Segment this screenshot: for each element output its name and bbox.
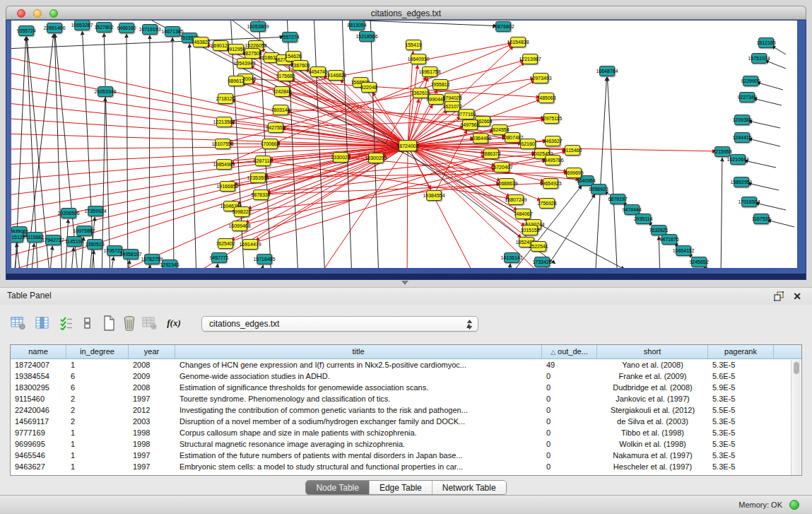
graph-node[interactable]: 18300295 — [368, 153, 384, 163]
graph-node[interactable]: 9427552 — [268, 122, 283, 133]
graph-node[interactable]: 155419 — [406, 40, 421, 50]
graph-node[interactable]: 14958107 — [123, 249, 139, 259]
graph-node[interactable]: 1527802 — [96, 22, 112, 33]
graph-node[interactable]: 10807487 — [505, 132, 520, 143]
graph-node[interactable]: 20876802 — [495, 21, 511, 32]
graph-node[interactable]: 17016504 — [741, 197, 757, 207]
graph-node[interactable]: 1292346 — [162, 259, 177, 268]
graph-node[interactable]: 19384554 — [426, 190, 442, 201]
graph-node[interactable]: 18640910 — [411, 54, 426, 64]
graph-node[interactable]: 1015152 — [522, 225, 538, 235]
graph-node[interactable]: 12353594 — [250, 173, 266, 183]
graph-node[interactable]: 16782759 — [144, 254, 160, 264]
graph-node[interactable]: 8454749 — [310, 66, 326, 77]
graph-node[interactable]: 9827508 — [245, 48, 260, 59]
graph-node[interactable]: 7463822 — [193, 37, 208, 47]
graph-node[interactable]: 2935114 — [635, 214, 651, 224]
graph-node[interactable]: 15716485 — [257, 254, 272, 264]
panel-divider[interactable] — [0, 280, 812, 287]
graph-node[interactable]: 10719193 — [142, 24, 158, 35]
graph-node[interactable]: 2756928 — [539, 198, 555, 209]
graph-node[interactable]: 12975115 — [543, 113, 559, 124]
graph-node[interactable]: 12213987 — [522, 54, 538, 64]
table-row[interactable]: 2242004622012Investigating the contribut… — [11, 404, 801, 416]
column-header-short[interactable]: short — [597, 345, 708, 358]
function-builder-icon[interactable]: f(x) — [164, 313, 184, 333]
graph-node[interactable]: 1700662 — [262, 139, 278, 149]
graph-node[interactable]: 2367608 — [293, 60, 308, 71]
graph-node[interactable]: 1209388 — [734, 115, 750, 125]
graph-node[interactable]: 989612 — [228, 76, 244, 86]
graph-node[interactable]: 10975887 — [76, 226, 92, 236]
graph-node[interactable]: 8471676 — [661, 234, 677, 245]
graph-node[interactable]: 9699695 — [566, 168, 582, 178]
graph-node[interactable]: 15218566 — [359, 31, 375, 42]
graph-node[interactable]: 15892951 — [734, 177, 749, 187]
graph-node[interactable]: 10973493 — [533, 73, 548, 83]
graph-node[interactable]: 2522541 — [531, 241, 546, 252]
graph-node[interactable]: 22691406 — [47, 23, 62, 33]
graph-hub-node[interactable]: 18724007 — [399, 140, 417, 151]
graph-node[interactable]: 8990448 — [428, 94, 444, 105]
graph-node[interactable]: 10543948 — [237, 58, 252, 69]
tab-edge-table[interactable]: Edge Table — [369, 481, 432, 494]
graph-node[interactable]: 2330027 — [333, 152, 348, 163]
graph-node[interactable]: 18495786 — [545, 155, 560, 165]
graph-node[interactable]: 9777169 — [459, 109, 474, 119]
graph-node[interactable]: 20206506 — [61, 208, 76, 218]
graph-node[interactable]: 9245652 — [691, 257, 707, 267]
close-panel-icon[interactable]: ✕ — [791, 291, 804, 302]
graph-node[interactable]: 1145194 — [66, 236, 82, 247]
graph-node[interactable]: 3175685 — [278, 71, 293, 81]
graph-node[interactable]: 19854985 — [216, 159, 232, 170]
graph-node[interactable]: 12213586 — [216, 117, 232, 127]
table-selector[interactable]: citations_edges.txt ▲ — [201, 316, 478, 332]
column-header-title[interactable]: title — [175, 345, 542, 358]
graph-node[interactable]: 15720407 — [494, 162, 510, 173]
memory-status-indicator[interactable] — [789, 500, 799, 510]
table-mode-icon[interactable] — [8, 313, 28, 333]
graph-node[interactable]: 6497568 — [462, 119, 478, 130]
graph-node[interactable]: 16914479 — [242, 239, 258, 250]
graph-node[interactable]: 822048 — [361, 82, 377, 93]
graph-node[interactable]: 16154838 — [510, 37, 526, 47]
graph-node[interactable]: 1621072 — [445, 101, 460, 112]
graph-node[interactable]: 7557274 — [282, 32, 298, 42]
graph-node[interactable]: 10688639 — [499, 178, 514, 189]
tab-node-table[interactable]: Node Table — [306, 481, 369, 494]
graph-node[interactable]: 16961758 — [422, 66, 437, 77]
graph-node[interactable]: 14136141 — [504, 252, 519, 263]
table-row[interactable]: 946362711997Embryonic stem cells: a mode… — [11, 461, 801, 472]
graph-node[interactable]: 8267110 — [255, 156, 271, 166]
select-columns-icon[interactable] — [57, 313, 76, 333]
graph-node[interactable]: 8813054 — [349, 21, 365, 30]
graph-node[interactable]: 8912954 — [228, 44, 244, 54]
graph-node[interactable]: 1115682 — [27, 232, 42, 243]
table-row[interactable]: 1872400712008Changes of HCN gene express… — [11, 359, 801, 370]
graph-node[interactable]: 62160 — [520, 139, 536, 149]
graph-node[interactable]: 1167533 — [753, 214, 769, 224]
graph-node[interactable]: 5878334 — [253, 189, 269, 200]
graph-node[interactable]: 9463627 — [545, 136, 560, 146]
graph-node[interactable]: 9229906 — [743, 76, 758, 86]
table-row[interactable]: 969969511998Structural magnetic resonanc… — [11, 438, 801, 450]
table-row[interactable]: 911546021997Tourette syndrome. Phenomeno… — [11, 393, 801, 404]
graph-node[interactable]: 1350513 — [87, 239, 102, 250]
graph-node[interactable]: 5998222 — [234, 206, 249, 217]
graph-node[interactable]: 1244415 — [734, 132, 750, 143]
graph-node[interactable]: 7803144 — [273, 105, 288, 115]
graph-node[interactable]: 17942737 — [45, 235, 61, 245]
graph-node[interactable]: 7485063 — [539, 93, 554, 103]
graph-node[interactable]: 9457771 — [211, 252, 227, 263]
graph-node[interactable]: 10653287 — [74, 21, 90, 30]
network-window-titlebar[interactable]: citations_edges.txt — [6, 6, 806, 20]
float-panel-icon[interactable] — [772, 291, 785, 302]
table-row[interactable]: 1938455462009Genome-wide association stu… — [11, 370, 801, 382]
scrollbar-thumb[interactable] — [794, 362, 799, 374]
graph-node[interactable]: 19166852 — [220, 181, 235, 192]
table-row[interactable]: 946554611997Estimation of the future num… — [11, 450, 801, 461]
graph-node[interactable]: 18807249 — [508, 194, 524, 205]
table-vertical-scrollbar[interactable] — [791, 360, 801, 475]
graph-node[interactable]: 9115460 — [565, 145, 580, 156]
graph-node[interactable]: 8215958 — [714, 146, 730, 157]
